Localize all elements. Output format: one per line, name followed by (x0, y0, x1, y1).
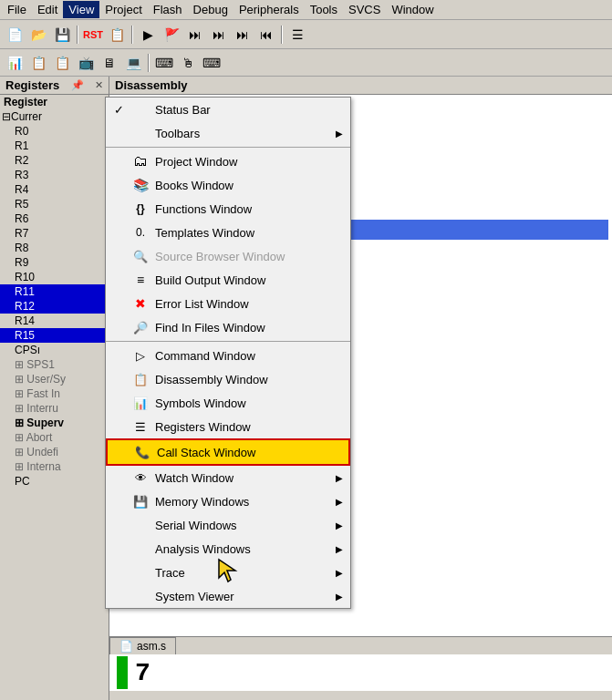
system-viewer-arrow-icon: ▶ (336, 592, 343, 602)
open-button[interactable]: 📂 (27, 24, 49, 46)
menu-item-symbols-window[interactable]: 📊 Symbols Window (106, 391, 350, 415)
reg-r12: R12 (0, 299, 109, 314)
menu-item-disassembly-window[interactable]: 📋 Disassembly Window (106, 367, 350, 391)
tool2-1[interactable]: 📊 (4, 52, 26, 74)
watch-window-label: Watch Window (155, 471, 332, 485)
reset-button[interactable]: RST (82, 24, 104, 46)
step2-button[interactable]: ⏭ (208, 24, 230, 46)
registers-window-label: Registers Window (155, 420, 343, 434)
tool2-4[interactable]: 📺 (75, 52, 97, 74)
menu-item-memory-windows[interactable]: 💾 Memory Windows ▶ (106, 489, 350, 513)
toolbar-sep-2 (131, 26, 133, 44)
menu-item-analysis-windows[interactable]: Analysis Windows ▶ (106, 537, 350, 561)
reg-r3: R3 (0, 168, 109, 182)
menu-edit[interactable]: Edit (32, 1, 63, 18)
panel-pin-icon[interactable]: 📌 (71, 79, 84, 91)
menu-file[interactable]: File (2, 1, 32, 18)
project-window-label: Project Window (155, 155, 343, 169)
tool2-7[interactable]: ⌨ (153, 52, 175, 74)
menu-item-toolbars[interactable]: Toolbars ▶ (106, 121, 350, 145)
menu-item-project-window[interactable]: 🗂 Project Window (106, 149, 350, 173)
symbols-window-icon: 📊 (131, 394, 150, 412)
source-browser-label: Source Browser Window (155, 250, 343, 263)
main-area: Registers 📌 ✕ Register ⊟ Currer R0 R1 R2… (0, 77, 612, 700)
call-stack-window-label: Call Stack Window (157, 446, 341, 459)
asm-line-number: 7 (135, 659, 150, 687)
tool2-3[interactable]: 📋 (51, 52, 73, 74)
memory-windows-label: Memory Windows (155, 495, 332, 509)
menu-item-status-bar[interactable]: ✓ Status Bar (106, 98, 350, 121)
menu-item-templates-window[interactable]: 0. Templates Window (106, 221, 350, 244)
toolbar-sep-1 (77, 26, 78, 44)
asm-green-bar (117, 656, 128, 689)
menu-flash[interactable]: Flash (148, 1, 188, 18)
menu-window[interactable]: Window (386, 1, 439, 18)
menu-item-functions-window[interactable]: {} Functions Window (106, 197, 350, 221)
reg-cpsr: CPSı (0, 343, 109, 357)
step3-button[interactable]: ⏭ (232, 24, 254, 46)
tool2-5[interactable]: 🖥 (99, 52, 120, 74)
menu-item-books-window[interactable]: 📚 Books Window (106, 173, 350, 197)
memory-windows-arrow-icon: ▶ (336, 497, 343, 507)
menu-debug[interactable]: Debug (188, 1, 233, 18)
new-button[interactable]: 📄 (4, 24, 26, 46)
run-button[interactable]: ▶ (137, 24, 159, 46)
menu-item-serial-windows[interactable]: Serial Windows ▶ (106, 513, 350, 537)
reg-pc: PC (0, 474, 109, 489)
source-browser-icon: 🔍 (131, 247, 150, 265)
menu-item-command-window[interactable]: ▷ Command Window (106, 344, 350, 367)
menu-item-error-list[interactable]: ✖ Error List Window (106, 292, 350, 315)
menu-item-trace[interactable]: Trace ▶ (106, 561, 350, 584)
status-bar-label: Status Bar (155, 103, 343, 117)
registers-window-icon: ☰ (131, 417, 150, 436)
tool-btn-2[interactable]: 📋 (106, 24, 128, 46)
menu-item-source-browser[interactable]: 🔍 Source Browser Window (106, 244, 350, 268)
menu-peripherals[interactable]: Peripherals (233, 1, 305, 18)
check-icon: ✓ (109, 103, 128, 117)
panel-close-icon[interactable]: ✕ (95, 79, 103, 91)
menu-item-registers-window[interactable]: ☰ Registers Window (106, 415, 350, 438)
templates-window-label: Templates Window (155, 226, 343, 240)
menu-svcs[interactable]: SVCS (343, 1, 386, 18)
find-in-files-label: Find In Files Window (155, 321, 343, 335)
reg-column-header: Register (0, 95, 109, 109)
disassembly-header: Disassembly (109, 77, 612, 95)
flag-button[interactable]: 🚩 (161, 24, 182, 46)
serial-windows-label: Serial Windows (155, 519, 332, 532)
tool2-9[interactable]: ⌨ (201, 52, 223, 74)
tool2-2[interactable]: 📋 (27, 52, 49, 74)
save-button[interactable]: 💾 (51, 24, 73, 46)
step4-button[interactable]: ⏮ (255, 24, 277, 46)
registers-title: Registers (5, 78, 59, 92)
expand-icon: ⊟ (2, 110, 11, 123)
reg-group-current[interactable]: ⊟ Currer (0, 109, 109, 124)
step-button[interactable]: ⏭ (184, 24, 206, 46)
trace-icon (131, 563, 150, 582)
reg-r4: R4 (0, 182, 109, 197)
registers-content[interactable]: Register ⊟ Currer R0 R1 R2 R3 R4 R5 R6 R… (0, 95, 109, 700)
asm-file-label: asm.s (137, 640, 166, 653)
reg-r1: R1 (0, 139, 109, 153)
menu-item-system-viewer[interactable]: System Viewer ▶ (106, 584, 350, 608)
reg-r14: R14 (0, 314, 109, 328)
reg-svc: ⊞ Superv (0, 416, 109, 430)
toolbars-arrow-icon: ▶ (336, 129, 343, 139)
toolbars-icon (131, 124, 150, 142)
trace-arrow-icon: ▶ (336, 568, 343, 578)
menu-item-find-in-files[interactable]: 🔎 Find In Files Window (106, 315, 350, 339)
system-viewer-label: System Viewer (155, 590, 332, 603)
list-button[interactable]: ☰ (286, 24, 308, 46)
tool2-8[interactable]: 🖱 (177, 52, 199, 74)
menu-tools[interactable]: Tools (305, 1, 343, 18)
registers-panel-header: Registers 📌 ✕ (0, 77, 109, 95)
reg-r8: R8 (0, 241, 109, 255)
reg-internal: ⊞ Interna (0, 459, 109, 474)
tool2-6[interactable]: 💻 (122, 52, 144, 74)
menu-item-call-stack-window[interactable]: 📞 Call Stack Window (106, 438, 350, 466)
menu-item-watch-window[interactable]: 👁 Watch Window ▶ (106, 466, 350, 489)
asm-tab[interactable]: 📄 asm.s (109, 637, 176, 654)
menu-view[interactable]: View (63, 1, 99, 18)
analysis-windows-arrow-icon: ▶ (336, 544, 343, 554)
menu-item-build-output[interactable]: ≡ Build Output Window (106, 268, 350, 292)
menu-project[interactable]: Project (99, 1, 147, 18)
